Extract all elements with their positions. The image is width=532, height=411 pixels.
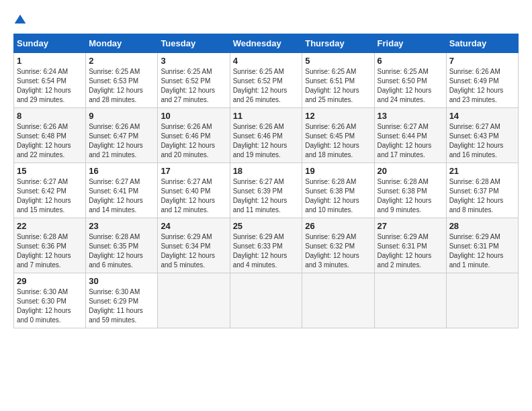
day-info: Sunrise: 6:28 AMSunset: 6:36 PMDaylight:…	[17, 232, 83, 270]
day-number: 11	[233, 111, 300, 121]
day-info: Sunrise: 6:25 AMSunset: 6:52 PMDaylight:…	[233, 67, 300, 105]
calendar-cell: 13Sunrise: 6:27 AMSunset: 6:44 PMDayligh…	[374, 108, 446, 163]
calendar-cell: 12Sunrise: 6:26 AMSunset: 6:45 PMDayligh…	[302, 108, 374, 163]
weekday-header-friday: Friday	[374, 34, 446, 53]
day-info: Sunrise: 6:26 AMSunset: 6:46 PMDaylight:…	[161, 122, 226, 160]
day-number: 15	[17, 166, 83, 176]
calendar-cell: 5Sunrise: 6:25 AMSunset: 6:51 PMDaylight…	[302, 53, 374, 108]
day-info: Sunrise: 6:29 AMSunset: 6:31 PMDaylight:…	[449, 232, 515, 270]
week-row-2: 8Sunrise: 6:26 AMSunset: 6:48 PMDaylight…	[14, 108, 519, 163]
day-info: Sunrise: 6:26 AMSunset: 6:48 PMDaylight:…	[17, 122, 83, 160]
day-number: 24	[161, 221, 226, 231]
weekday-header-tuesday: Tuesday	[158, 34, 230, 53]
day-info: Sunrise: 6:29 AMSunset: 6:32 PMDaylight:…	[305, 232, 371, 270]
day-info: Sunrise: 6:28 AMSunset: 6:35 PMDaylight:…	[89, 232, 154, 270]
day-number: 2	[89, 56, 154, 66]
calendar-cell: 24Sunrise: 6:29 AMSunset: 6:34 PMDayligh…	[158, 218, 230, 273]
calendar-cell: 25Sunrise: 6:29 AMSunset: 6:33 PMDayligh…	[230, 218, 302, 273]
weekday-header-thursday: Thursday	[302, 34, 374, 53]
calendar-cell: 14Sunrise: 6:27 AMSunset: 6:43 PMDayligh…	[446, 108, 518, 163]
day-number: 28	[449, 221, 515, 231]
calendar-cell: 16Sunrise: 6:27 AMSunset: 6:41 PMDayligh…	[86, 163, 158, 218]
day-number: 27	[378, 221, 443, 231]
day-info: Sunrise: 6:25 AMSunset: 6:52 PMDaylight:…	[161, 67, 226, 105]
day-info: Sunrise: 6:28 AMSunset: 6:37 PMDaylight:…	[449, 177, 515, 215]
calendar-cell	[158, 273, 230, 328]
calendar-cell: 10Sunrise: 6:26 AMSunset: 6:46 PMDayligh…	[158, 108, 230, 163]
day-number: 18	[233, 166, 300, 176]
calendar-cell	[302, 273, 374, 328]
day-info: Sunrise: 6:26 AMSunset: 6:47 PMDaylight:…	[89, 122, 154, 160]
calendar-cell: 6Sunrise: 6:25 AMSunset: 6:50 PMDaylight…	[374, 53, 446, 108]
day-info: Sunrise: 6:29 AMSunset: 6:33 PMDaylight:…	[233, 232, 300, 270]
day-info: Sunrise: 6:28 AMSunset: 6:38 PMDaylight:…	[378, 177, 443, 215]
day-number: 22	[17, 221, 83, 231]
day-number: 9	[89, 111, 154, 121]
day-number: 4	[233, 56, 300, 66]
calendar-cell: 23Sunrise: 6:28 AMSunset: 6:35 PMDayligh…	[86, 218, 158, 273]
svg-marker-0	[15, 15, 26, 24]
calendar-cell: 15Sunrise: 6:27 AMSunset: 6:42 PMDayligh…	[14, 163, 86, 218]
weekday-header-wednesday: Wednesday	[230, 34, 302, 53]
day-number: 23	[89, 221, 154, 231]
weekday-header-sunday: Sunday	[14, 34, 86, 53]
day-number: 26	[305, 221, 371, 231]
day-info: Sunrise: 6:27 AMSunset: 6:44 PMDaylight:…	[378, 122, 443, 160]
day-info: Sunrise: 6:27 AMSunset: 6:42 PMDaylight:…	[17, 177, 83, 215]
day-number: 7	[449, 56, 515, 66]
week-row-1: 1Sunrise: 6:24 AMSunset: 6:54 PMDaylight…	[14, 53, 519, 108]
week-row-3: 15Sunrise: 6:27 AMSunset: 6:42 PMDayligh…	[14, 163, 519, 218]
page-header	[13, 13, 519, 27]
day-number: 3	[161, 56, 226, 66]
day-number: 16	[89, 166, 154, 176]
weekday-header-monday: Monday	[86, 34, 158, 53]
calendar-cell	[446, 273, 518, 328]
day-number: 13	[378, 111, 443, 121]
calendar-cell: 7Sunrise: 6:26 AMSunset: 6:49 PMDaylight…	[446, 53, 518, 108]
day-info: Sunrise: 6:24 AMSunset: 6:54 PMDaylight:…	[17, 67, 83, 105]
week-row-5: 29Sunrise: 6:30 AMSunset: 6:30 PMDayligh…	[14, 273, 519, 328]
day-info: Sunrise: 6:25 AMSunset: 6:50 PMDaylight:…	[378, 67, 443, 105]
logo	[13, 13, 30, 27]
calendar-cell: 17Sunrise: 6:27 AMSunset: 6:40 PMDayligh…	[158, 163, 230, 218]
calendar-cell: 20Sunrise: 6:28 AMSunset: 6:38 PMDayligh…	[374, 163, 446, 218]
calendar-cell: 21Sunrise: 6:28 AMSunset: 6:37 PMDayligh…	[446, 163, 518, 218]
day-info: Sunrise: 6:30 AMSunset: 6:29 PMDaylight:…	[89, 287, 154, 325]
day-info: Sunrise: 6:27 AMSunset: 6:43 PMDaylight:…	[449, 122, 515, 160]
logo-icon	[13, 13, 27, 27]
day-info: Sunrise: 6:27 AMSunset: 6:41 PMDaylight:…	[89, 177, 154, 215]
calendar-cell: 29Sunrise: 6:30 AMSunset: 6:30 PMDayligh…	[14, 273, 86, 328]
calendar-cell: 28Sunrise: 6:29 AMSunset: 6:31 PMDayligh…	[446, 218, 518, 273]
weekday-header-saturday: Saturday	[446, 34, 518, 53]
calendar-cell: 26Sunrise: 6:29 AMSunset: 6:32 PMDayligh…	[302, 218, 374, 273]
day-info: Sunrise: 6:27 AMSunset: 6:39 PMDaylight:…	[233, 177, 300, 215]
calendar-cell	[374, 273, 446, 328]
calendar-cell: 30Sunrise: 6:30 AMSunset: 6:29 PMDayligh…	[86, 273, 158, 328]
day-number: 14	[449, 111, 515, 121]
week-row-4: 22Sunrise: 6:28 AMSunset: 6:36 PMDayligh…	[14, 218, 519, 273]
day-info: Sunrise: 6:29 AMSunset: 6:34 PMDaylight:…	[161, 232, 226, 270]
day-number: 17	[161, 166, 226, 176]
day-info: Sunrise: 6:26 AMSunset: 6:45 PMDaylight:…	[305, 122, 371, 160]
day-number: 25	[233, 221, 300, 231]
calendar-cell: 2Sunrise: 6:25 AMSunset: 6:53 PMDaylight…	[86, 53, 158, 108]
day-number: 10	[161, 111, 226, 121]
day-info: Sunrise: 6:25 AMSunset: 6:53 PMDaylight:…	[89, 67, 154, 105]
calendar-cell	[230, 273, 302, 328]
day-info: Sunrise: 6:27 AMSunset: 6:40 PMDaylight:…	[161, 177, 226, 215]
calendar-cell: 3Sunrise: 6:25 AMSunset: 6:52 PMDaylight…	[158, 53, 230, 108]
calendar-cell: 18Sunrise: 6:27 AMSunset: 6:39 PMDayligh…	[230, 163, 302, 218]
day-info: Sunrise: 6:25 AMSunset: 6:51 PMDaylight:…	[305, 67, 371, 105]
day-info: Sunrise: 6:26 AMSunset: 6:49 PMDaylight:…	[449, 67, 515, 105]
calendar-cell: 4Sunrise: 6:25 AMSunset: 6:52 PMDaylight…	[230, 53, 302, 108]
calendar-cell: 9Sunrise: 6:26 AMSunset: 6:47 PMDaylight…	[86, 108, 158, 163]
day-number: 1	[17, 56, 83, 66]
calendar-cell: 1Sunrise: 6:24 AMSunset: 6:54 PMDaylight…	[14, 53, 86, 108]
calendar-table: SundayMondayTuesdayWednesdayThursdayFrid…	[13, 34, 519, 328]
calendar-cell: 11Sunrise: 6:26 AMSunset: 6:46 PMDayligh…	[230, 108, 302, 163]
day-number: 5	[305, 56, 371, 66]
day-number: 21	[449, 166, 515, 176]
day-info: Sunrise: 6:30 AMSunset: 6:30 PMDaylight:…	[17, 287, 83, 325]
day-number: 30	[89, 276, 154, 286]
day-number: 8	[17, 111, 83, 121]
